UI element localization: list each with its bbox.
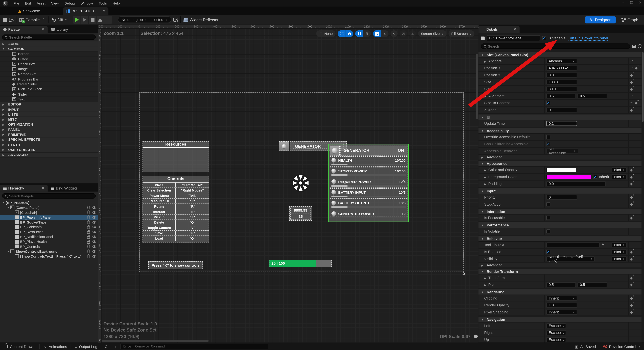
value-input[interactable]: 0.0 — [546, 181, 606, 186]
value-input[interactable]: 1.0 — [546, 303, 577, 308]
content-drawer-button[interactable]: Content Drawer — [0, 343, 40, 350]
bind-diamond-icon[interactable]: ◆ — [630, 250, 633, 254]
value-checkbox[interactable] — [546, 135, 550, 139]
visibility-eye-icon[interactable] — [92, 226, 96, 228]
value-dropdown[interactable]: Escape∨ — [546, 323, 566, 328]
tab-close-icon[interactable]: x — [103, 9, 105, 13]
palette-item-slider[interactable]: Slider — [0, 92, 98, 97]
menu-window[interactable]: Window — [78, 0, 96, 6]
preview-background-button[interactable]: ▨ — [400, 30, 407, 37]
play-options-button[interactable]: ⋮ — [104, 16, 112, 23]
value-dropdown[interactable]: Anchors∨ — [546, 58, 577, 64]
lock-icon[interactable] — [87, 241, 90, 244]
value-dropdown[interactable]: Not Accessible∨ — [546, 148, 578, 154]
lock-icon[interactable] — [87, 251, 90, 253]
value-checkbox[interactable] — [546, 216, 550, 220]
bind-diamond-icon[interactable]: ◆ — [630, 303, 633, 307]
value-input[interactable]: 0.0 — [546, 73, 577, 77]
hierarchy-item-bp_notificationpanel[interactable]: BP_NotificationPanel — [0, 234, 98, 239]
hierarchy-item-bp_powerinfopanel[interactable]: BP_PowerInfoPanel — [0, 215, 98, 220]
section-header-behavior[interactable]: ▼Behavior — [478, 236, 642, 242]
bind-diamond-icon[interactable]: ◆ — [630, 168, 633, 172]
canvas-vertical-scrollbar[interactable] — [476, 54, 478, 119]
animations-button[interactable]: ∿ Animations — [40, 343, 71, 350]
hierarchy-search-input[interactable]: Search Widgets — [2, 193, 96, 199]
localization-flag-icon[interactable]: ⚑ — [601, 243, 605, 247]
eject-button[interactable] — [96, 16, 104, 23]
bind-diamond-icon[interactable]: ◆ — [635, 101, 638, 105]
details-search-input[interactable]: Search — [481, 43, 630, 49]
palette-category-input[interactable]: ▶INPUT — [0, 107, 98, 112]
tab-palette[interactable]: Palette ✕ — [0, 26, 48, 33]
bind-diamond-icon[interactable]: ◆ — [630, 195, 633, 199]
localize-widget-button[interactable]: ↖ — [391, 30, 398, 37]
grid-size-button[interactable]: 4 — [381, 30, 388, 37]
bind-diamond-icon[interactable]: ◆ — [630, 310, 633, 314]
bind-diamond-icon[interactable]: ◆ — [630, 108, 633, 112]
value-checkbox[interactable] — [546, 229, 550, 233]
hierarchy-item-bp_peshud[interactable]: ▼[BP_PESHUD] — [0, 200, 98, 205]
bind-dropdown[interactable]: Bind∨ — [612, 174, 627, 179]
debug-object-dropdown[interactable]: No debug object selected∨ — [118, 16, 171, 23]
value-input[interactable]: 0.1 — [546, 121, 577, 126]
palette-category-editor[interactable]: ▶EDITOR — [0, 102, 98, 107]
display-filter-icon[interactable] — [632, 44, 636, 48]
output-log-button[interactable]: ≡ Output Log — [71, 343, 101, 350]
menu-help[interactable]: Help — [110, 0, 122, 6]
hierarchy-close-icon[interactable]: ✕ — [42, 186, 44, 190]
close-button[interactable]: ✕ — [639, 1, 642, 4]
bind-diamond-icon[interactable]: ◆ — [630, 216, 633, 220]
widget-reflector-button[interactable]: Widget Reflector — [184, 17, 218, 22]
lock-icon[interactable] — [87, 222, 90, 224]
designer-canvas[interactable]: 2001000100200300400500600700800900100011… — [98, 25, 478, 343]
reset-to-default-icon[interactable]: ↶ — [630, 59, 633, 63]
menu-asset[interactable]: Asset — [34, 0, 48, 6]
tab-library[interactable]: Library — [48, 26, 71, 33]
save-button[interactable] — [3, 17, 7, 22]
browse-button[interactable] — [9, 17, 13, 22]
color-swatch[interactable] — [546, 175, 592, 179]
palette-category-audio[interactable]: ▶AUDIO — [0, 41, 98, 46]
bind-dropdown[interactable]: Bind∨ — [612, 242, 627, 248]
expander-icon[interactable]: ▼ — [2, 201, 6, 204]
details-scrollbar[interactable] — [642, 52, 644, 122]
widget-generator-panel-selected[interactable]: GENERATOR ON HEALTH10/100STORED POWER10/… — [328, 144, 409, 222]
menu-edit[interactable]: Edit — [22, 0, 34, 6]
palette-item-checkbox[interactable]: ✓Check Box — [0, 61, 98, 67]
graph-mode-button[interactable]: Graph — [621, 17, 638, 22]
visibility-eye-icon[interactable] — [92, 236, 96, 238]
screen-size-dropdown[interactable]: Screen Size∨ — [418, 30, 446, 37]
console-command-input[interactable]: Enter Console Command — [120, 344, 268, 349]
visibility-eye-icon[interactable] — [92, 241, 96, 243]
value-dropdown[interactable]: Not Hit-Testable (Self Only)∨ — [546, 256, 595, 262]
visibility-eye-icon[interactable] — [92, 211, 96, 214]
menu-view[interactable]: View — [48, 0, 62, 6]
tab-details[interactable]: ☰ Details ✕ — [478, 26, 520, 33]
lock-icon[interactable] — [87, 256, 90, 258]
edit-widget-link[interactable]: Edit BP_PowerInfoPanel — [568, 36, 608, 40]
value-checkbox[interactable] — [546, 202, 550, 206]
palette-item-text[interactable]: TText — [0, 97, 98, 102]
palette-item-border[interactable]: Border — [0, 51, 98, 56]
expander-icon[interactable]: ▼ — [7, 206, 10, 209]
lock-icon[interactable] — [87, 226, 90, 229]
visibility-eye-icon[interactable] — [92, 231, 96, 233]
bind-diamond-icon[interactable]: ◆ — [630, 73, 633, 77]
hierarchy-item-canvas panel[interactable]: ▼[Canvas Panel] — [0, 205, 98, 210]
visibility-eye-icon[interactable] — [92, 245, 96, 248]
compile-options-icon[interactable]: ⋮ — [42, 17, 46, 22]
palette-category-special-effects[interactable]: ▶SPECIAL EFFECTS — [0, 137, 98, 142]
bind-diamond-icon[interactable]: ◆ — [630, 257, 633, 261]
canvas-horizontal-scrollbar[interactable] — [102, 340, 209, 342]
value-dropdown[interactable]: Inherit∨ — [546, 310, 577, 315]
palette-category-advanced[interactable]: ▶ADVANCED — [0, 152, 98, 157]
widget-counter[interactable]: 9999.99 15 — [289, 206, 312, 221]
compile-button[interactable]: Compile — [19, 17, 40, 22]
value-input[interactable]: 0.5 — [546, 282, 576, 287]
respect-locks-toggle[interactable] — [355, 30, 363, 37]
bind-diamond-icon[interactable]: ◆ — [635, 66, 638, 70]
hierarchy-item-showcontrolsbackround[interactable]: ▼ShowControlsBackround — [0, 249, 98, 254]
reset-to-default-icon[interactable]: ↶ — [630, 66, 633, 70]
hierarchy-item-bp_playerhealth[interactable]: BP_PlayerHealth — [0, 239, 98, 244]
palette-item-radial-slider[interactable]: Radial Slider — [0, 82, 98, 87]
